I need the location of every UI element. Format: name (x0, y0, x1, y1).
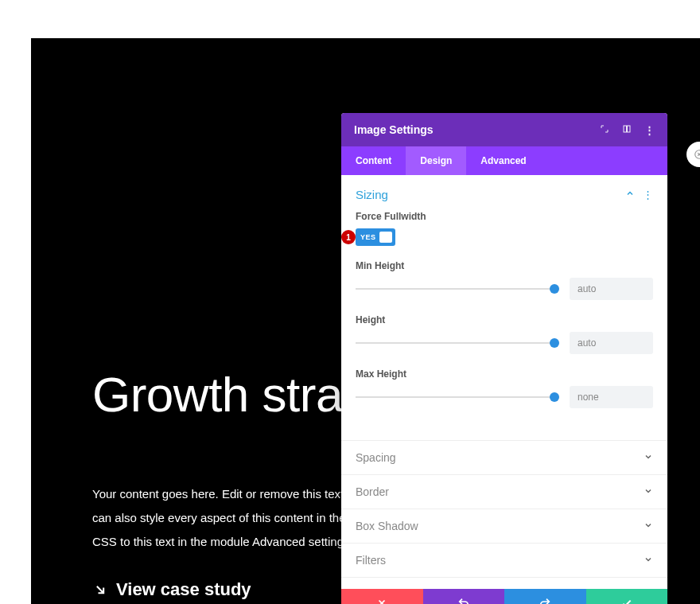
panel-header[interactable]: Image Settings ⋮ (341, 113, 667, 146)
tab-design[interactable]: Design (406, 146, 466, 175)
section-filters[interactable]: Filters (341, 544, 667, 578)
cancel-button[interactable] (341, 589, 423, 604)
slider-thumb[interactable] (550, 392, 559, 402)
section-sizing: Sizing ⋮ Force Fullwidth 1 YES Min Heigh… (341, 175, 667, 441)
slider-thumb[interactable] (550, 284, 559, 294)
toggle-knob (379, 232, 392, 243)
section-transform[interactable]: Transform (341, 578, 667, 589)
force-fullwidth-toggle[interactable]: YES (356, 228, 395, 246)
max-height-label: Max Height (356, 368, 653, 380)
section-kebab-icon[interactable]: ⋮ (643, 189, 653, 201)
height-input[interactable] (570, 332, 653, 354)
max-height-input[interactable] (570, 386, 653, 408)
panel-body: Sizing ⋮ Force Fullwidth 1 YES Min Heigh… (341, 175, 667, 589)
section-border[interactable]: Border (341, 475, 667, 509)
min-height-slider[interactable] (356, 288, 555, 290)
cta-label: View case study (116, 579, 251, 600)
chevron-down-icon (644, 452, 653, 464)
view-case-study-link[interactable]: View case study (92, 579, 251, 604)
snap-icon[interactable] (622, 124, 632, 136)
kebab-icon[interactable]: ⋮ (644, 124, 655, 136)
svg-rect-0 (624, 126, 627, 132)
section-spacing[interactable]: Spacing (341, 441, 667, 475)
image-settings-panel: Image Settings ⋮ Content Design Advanced… (341, 113, 667, 604)
redo-button[interactable] (504, 589, 586, 604)
chevron-down-icon (644, 486, 653, 498)
tab-advanced[interactable]: Advanced (466, 146, 540, 175)
slider-thumb[interactable] (550, 338, 559, 348)
height-label: Height (356, 314, 653, 325)
min-height-label: Min Height (356, 260, 653, 271)
toggle-value: YES (360, 233, 376, 241)
save-button[interactable] (586, 589, 668, 604)
arrow-down-right-icon (92, 582, 108, 598)
svg-rect-1 (628, 126, 631, 132)
page-background: Growth strategies for kur Your content g… (31, 38, 700, 604)
max-height-slider[interactable] (356, 396, 555, 398)
floating-action-button[interactable] (686, 142, 700, 167)
section-box-shadow[interactable]: Box Shadow (341, 509, 667, 544)
collapse-icon[interactable] (625, 189, 635, 201)
panel-title: Image Settings (354, 123, 434, 136)
undo-button[interactable] (423, 589, 505, 604)
sizing-title: Sizing (356, 188, 388, 201)
panel-tabs: Content Design Advanced (341, 146, 667, 175)
expand-icon[interactable] (600, 124, 609, 136)
chevron-down-icon (644, 555, 653, 567)
chevron-down-icon (644, 520, 653, 532)
force-fullwidth-label: Force Fullwidth (356, 211, 653, 222)
tab-content[interactable]: Content (341, 146, 406, 175)
min-height-input[interactable] (570, 278, 653, 300)
panel-footer (341, 589, 667, 604)
annotation-marker-1: 1 (341, 230, 356, 244)
height-slider[interactable] (356, 342, 555, 344)
